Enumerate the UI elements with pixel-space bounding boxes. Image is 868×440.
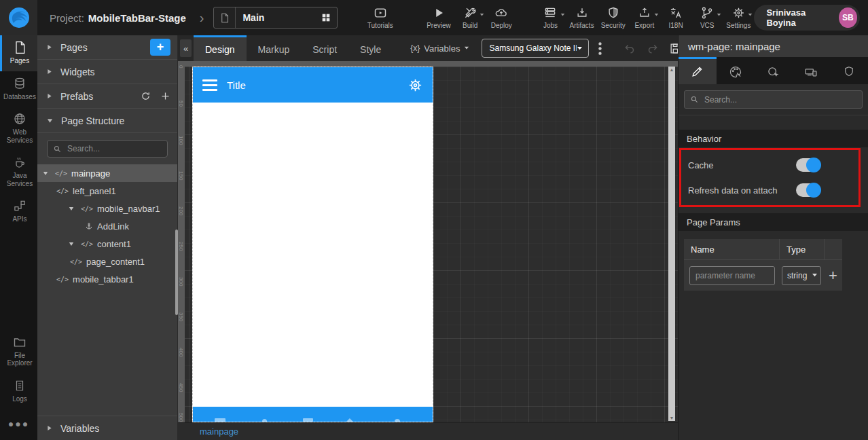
page-content-widget[interactable] bbox=[193, 103, 433, 407]
preview-button[interactable]: Preview bbox=[423, 6, 454, 29]
tab-devices[interactable] bbox=[792, 57, 830, 84]
tutorials-icon bbox=[373, 6, 388, 20]
tree-item-left-panel1[interactable]: </> left_panel1 bbox=[37, 182, 177, 200]
build-caret-icon bbox=[480, 13, 484, 17]
mobile-navbar-widget[interactable]: Title bbox=[193, 67, 433, 103]
tab-style[interactable]: Style bbox=[348, 35, 393, 61]
phone-preview[interactable]: Title bbox=[192, 67, 433, 422]
device-select[interactable]: Samsung Galaxy Note III bbox=[482, 39, 589, 58]
code-tag-icon: </> bbox=[55, 170, 67, 177]
structure-search-input[interactable] bbox=[67, 144, 162, 153]
chevron-down-icon[interactable] bbox=[69, 206, 75, 211]
page-title[interactable]: Title bbox=[227, 79, 408, 91]
section-page-structure[interactable]: Page Structure bbox=[37, 109, 177, 133]
tree-item-mobile-tabbar1[interactable]: </> mobile_tabbar1 bbox=[37, 270, 177, 288]
tab-design[interactable]: Design bbox=[194, 35, 247, 61]
design-canvas[interactable]: 0 50 100 150 200 250 300 350 400 450 500 bbox=[178, 61, 678, 422]
undo-icon[interactable] bbox=[623, 42, 636, 54]
artifacts-button[interactable]: Artifacts bbox=[566, 6, 598, 29]
canvas-scrollbar[interactable]: ▲ ▼ bbox=[668, 67, 675, 421]
add-page-button[interactable]: + bbox=[150, 39, 170, 56]
tab-events[interactable] bbox=[755, 57, 793, 84]
variables-menu-button[interactable]: {x} Variables bbox=[410, 43, 469, 54]
tab-script[interactable]: Script bbox=[301, 35, 348, 61]
pages-grid-icon[interactable] bbox=[321, 12, 331, 23]
inspector-search-input[interactable] bbox=[704, 95, 856, 105]
app-logo[interactable] bbox=[0, 0, 37, 35]
chevron-down-icon[interactable] bbox=[43, 171, 50, 176]
tree-item-label: left_panel1 bbox=[73, 186, 116, 196]
inspector-title-text: wm-page: mainpage bbox=[688, 41, 780, 52]
tab-markup[interactable]: Markup bbox=[247, 35, 302, 61]
navbar-gear-icon[interactable] bbox=[408, 77, 423, 93]
section-prefabs-label: Prefabs bbox=[60, 91, 131, 102]
structure-search[interactable] bbox=[47, 140, 168, 158]
column-header-name: Name bbox=[684, 244, 779, 255]
scroll-up-icon[interactable]: ▲ bbox=[670, 67, 674, 72]
tree-item-mainpage[interactable]: </> mainpage bbox=[37, 164, 177, 182]
search-icon bbox=[53, 145, 62, 153]
build-label: Build bbox=[463, 22, 477, 29]
tab-style-label: Style bbox=[360, 44, 381, 55]
tree-item-addlink[interactable]: AddLink bbox=[37, 217, 177, 235]
sidebar-item-web-services[interactable]: Web Services bbox=[0, 107, 37, 150]
page-selector[interactable]: Main bbox=[213, 7, 337, 29]
refresh-data-toggle[interactable] bbox=[796, 183, 820, 197]
vcs-button[interactable]: VCS bbox=[691, 6, 723, 29]
scroll-down-icon[interactable]: ▼ bbox=[670, 416, 674, 420]
security-button[interactable]: Security bbox=[598, 6, 629, 29]
more-options-button[interactable]: ●●● bbox=[0, 409, 37, 440]
tutorials-button[interactable]: Tutorials bbox=[365, 6, 396, 29]
add-prefab-icon[interactable] bbox=[160, 91, 170, 101]
chevron-down-icon[interactable] bbox=[69, 242, 75, 246]
section-pages[interactable]: Pages + bbox=[37, 35, 177, 60]
cache-toggle[interactable] bbox=[796, 158, 820, 172]
section-variables[interactable]: Variables bbox=[37, 416, 177, 440]
mobile-tabbar-widget[interactable] bbox=[193, 407, 433, 422]
export-label: Export bbox=[634, 22, 654, 29]
param-name-input[interactable] bbox=[689, 266, 775, 285]
editor-statusbar: mainpage bbox=[178, 422, 678, 440]
activity-bar: Pages Databases Web Services Java Servic… bbox=[0, 35, 37, 440]
tree-item-label: AddLink bbox=[97, 221, 129, 232]
export-button[interactable]: Export bbox=[629, 6, 660, 29]
build-button[interactable]: Build bbox=[454, 6, 486, 29]
sidebar-item-java-services[interactable]: Java Services bbox=[0, 150, 37, 194]
i18n-button[interactable]: I18N bbox=[660, 6, 691, 29]
section-variables-label: Variables bbox=[60, 423, 99, 434]
redo-icon[interactable] bbox=[646, 42, 659, 54]
sidebar-item-databases[interactable]: Databases bbox=[0, 71, 37, 107]
collapse-left-panel-button[interactable]: « bbox=[180, 39, 192, 57]
code-tag-icon: </> bbox=[81, 240, 93, 248]
sidebar-item-pages[interactable]: Pages bbox=[0, 35, 37, 71]
code-tag-icon: </> bbox=[56, 276, 69, 283]
add-param-button[interactable]: + bbox=[829, 268, 837, 283]
java-cup-icon bbox=[13, 155, 26, 169]
sidebar-item-label: Java Services bbox=[3, 172, 36, 187]
sidebar-item-file-explorer[interactable]: File Explorer bbox=[0, 330, 37, 373]
sidebar-item-logs[interactable]: Logs bbox=[0, 373, 37, 409]
tab-security[interactable] bbox=[830, 57, 868, 84]
cursor-click-icon bbox=[766, 65, 780, 79]
inspector-search[interactable] bbox=[684, 90, 863, 109]
tree-item-mobile-navbar1[interactable]: </> mobile_navbar1 bbox=[37, 200, 177, 217]
behavior-section-header[interactable]: Behavior bbox=[679, 130, 868, 147]
page-params-section-header[interactable]: Page Params bbox=[679, 213, 868, 231]
export-upload-icon bbox=[637, 6, 652, 20]
sidebar-item-apis[interactable]: APIs bbox=[0, 194, 37, 230]
tree-item-page-content1[interactable]: </> page_content1 bbox=[37, 253, 177, 270]
statusbar-page-link[interactable]: mainpage bbox=[200, 426, 238, 437]
section-widgets[interactable]: Widgets bbox=[37, 60, 177, 84]
deploy-button[interactable]: Deploy bbox=[486, 6, 517, 29]
settings-button[interactable]: Settings bbox=[723, 6, 754, 29]
tab-styles[interactable] bbox=[717, 57, 755, 84]
more-actions-kebab-icon[interactable] bbox=[598, 42, 602, 55]
jobs-button[interactable]: Jobs bbox=[535, 6, 566, 29]
user-menu[interactable]: Srinivasa Boyina SB bbox=[754, 5, 860, 31]
tab-properties[interactable] bbox=[679, 57, 717, 84]
hamburger-menu-icon[interactable] bbox=[202, 79, 217, 91]
refresh-prefabs-icon[interactable] bbox=[141, 91, 151, 101]
tree-item-content1[interactable]: </> content1 bbox=[37, 235, 177, 253]
param-type-select[interactable]: string bbox=[782, 266, 821, 285]
section-prefabs[interactable]: Prefabs bbox=[37, 84, 177, 109]
